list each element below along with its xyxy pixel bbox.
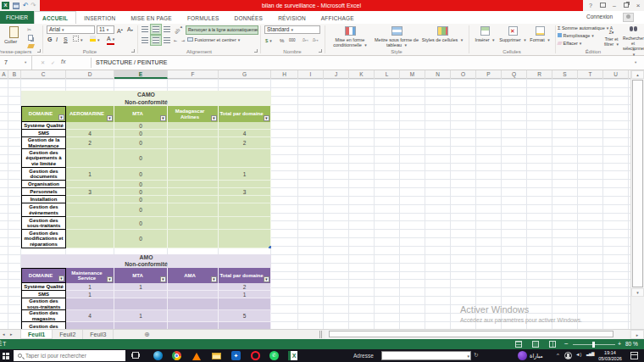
value-cell[interactable]: 0 bbox=[114, 230, 168, 248]
domain-cell[interactable]: Gestion des modifications et réparations bbox=[21, 230, 66, 248]
fill-button[interactable]: Remplissage bbox=[558, 32, 594, 39]
value-cell[interactable] bbox=[168, 322, 219, 329]
domain-cell[interactable]: Gestion des bbox=[21, 322, 66, 329]
column-header-cell[interactable]: Madagascar Airlines▾ bbox=[168, 106, 219, 122]
scroll-right-icon[interactable]: ▸ bbox=[630, 330, 644, 339]
column-header-cell[interactable]: Maintenance Service▾ bbox=[66, 268, 114, 283]
vertical-scrollbar[interactable]: ▴ ▾ bbox=[630, 70, 644, 329]
action-center-icon[interactable] bbox=[630, 352, 638, 359]
column-header-F[interactable]: F bbox=[168, 70, 219, 79]
column-header-cell[interactable]: Total par domaine▾ bbox=[219, 106, 271, 122]
value-cell[interactable] bbox=[168, 196, 219, 203]
value-cell[interactable] bbox=[219, 203, 271, 217]
value-cell[interactable] bbox=[114, 322, 168, 329]
spreadsheet-grid[interactable]: CAMONon-conformitéDOMAINE▾AEROMARINE▾MTA… bbox=[0, 79, 630, 329]
align-left-icon[interactable] bbox=[142, 37, 148, 43]
number-dialog-launcher[interactable] bbox=[319, 49, 322, 53]
value-cell[interactable] bbox=[168, 291, 219, 298]
horizontal-scrollbar[interactable] bbox=[325, 330, 629, 339]
column-header-Q[interactable]: Q bbox=[502, 70, 527, 79]
increase-indent-icon[interactable]: ⇥ bbox=[181, 36, 185, 45]
clipboard-dialog-launcher[interactable] bbox=[37, 49, 41, 53]
clock[interactable]: 19:14 05/03/2026 bbox=[595, 350, 625, 361]
value-cell[interactable] bbox=[66, 196, 114, 203]
value-cell[interactable]: 2 bbox=[219, 283, 271, 291]
copy-icon[interactable] bbox=[28, 35, 33, 41]
value-cell[interactable]: 2 bbox=[66, 137, 114, 149]
scroll-up-icon[interactable]: ▴ bbox=[631, 70, 644, 79]
italic-button[interactable]: I bbox=[56, 36, 58, 44]
align-center-icon[interactable] bbox=[153, 37, 159, 43]
column-header-B[interactable]: B bbox=[8, 70, 21, 79]
column-header-cell[interactable]: AMA▾ bbox=[168, 268, 219, 283]
sheet-tab-feuil2[interactable]: Feuil2 bbox=[53, 330, 83, 339]
wrap-text-button[interactable]: Renvoyer à la ligne automatiquement bbox=[186, 25, 258, 35]
address-go-icon[interactable]: ↻ bbox=[474, 352, 478, 359]
volume-icon[interactable]: ◄) bbox=[575, 352, 581, 357]
value-cell[interactable]: 1 bbox=[66, 283, 114, 291]
shrink-font-icon[interactable]: A▾ bbox=[127, 25, 133, 35]
value-cell[interactable]: 0 bbox=[114, 137, 168, 149]
sports-widget-icon[interactable] bbox=[518, 351, 527, 360]
tab-mise-en-page[interactable]: MISE EN PAGE bbox=[123, 12, 180, 25]
filter-dropdown-icon[interactable]: ▾ bbox=[264, 115, 269, 121]
save-icon[interactable] bbox=[13, 3, 19, 9]
value-cell[interactable]: 1 bbox=[219, 168, 271, 181]
network-icon[interactable]: ▃▅▇ bbox=[586, 352, 594, 356]
sheet-nav-right-icon[interactable]: ▸ bbox=[10, 330, 13, 339]
value-cell[interactable] bbox=[114, 298, 168, 310]
value-cell[interactable] bbox=[66, 122, 114, 130]
zoom-slider-thumb[interactable] bbox=[592, 342, 595, 348]
table-corner-handle[interactable] bbox=[269, 246, 271, 248]
filter-dropdown-icon[interactable]: ▾ bbox=[107, 115, 113, 121]
cut-icon[interactable]: ✂ bbox=[27, 26, 31, 32]
page-break-view-icon[interactable] bbox=[549, 341, 556, 348]
vertical-scroll-thumb[interactable] bbox=[632, 80, 643, 287]
redo-icon[interactable]: ↷ bbox=[31, 2, 36, 9]
align-right-icon[interactable] bbox=[164, 37, 170, 43]
value-cell[interactable]: 1 bbox=[66, 168, 114, 181]
font-name-combo[interactable]: Arial bbox=[47, 25, 95, 34]
column-header-cell[interactable]: DOMAINE▾ bbox=[21, 106, 66, 122]
restore-button[interactable] bbox=[620, 0, 632, 11]
file-explorer-icon[interactable] bbox=[212, 353, 221, 359]
column-header-J[interactable]: J bbox=[324, 70, 349, 79]
value-cell[interactable]: 5 bbox=[219, 310, 271, 322]
value-cell[interactable]: 0 bbox=[114, 130, 168, 137]
value-cell[interactable] bbox=[219, 230, 271, 248]
bold-button[interactable]: G bbox=[47, 36, 52, 44]
filter-dropdown-icon[interactable]: ▾ bbox=[211, 115, 217, 121]
column-header-cell[interactable]: AEROMARINE▾ bbox=[66, 106, 114, 122]
tab-révision[interactable]: RÉVISION bbox=[270, 12, 314, 25]
sheet-tab-feuil3[interactable]: Feuil3 bbox=[83, 330, 114, 339]
value-cell[interactable]: 0 bbox=[114, 149, 168, 168]
domain-cell[interactable]: Organisation bbox=[21, 181, 66, 188]
format-as-table-button[interactable]: Mettre sous forme de tableau bbox=[374, 26, 419, 47]
value-cell[interactable]: 1 bbox=[66, 291, 114, 298]
address-dropdown-icon[interactable]: ▾ bbox=[467, 354, 469, 359]
zoom-out-icon[interactable]: − bbox=[564, 339, 569, 349]
column-header-cell[interactable]: Total par domaine▾ bbox=[219, 268, 271, 283]
column-header-cell[interactable]: MTA▾ bbox=[114, 106, 168, 122]
value-cell[interactable]: 0 bbox=[114, 181, 168, 188]
column-header-M[interactable]: M bbox=[400, 70, 425, 79]
column-header-H[interactable]: H bbox=[271, 70, 298, 79]
filter-dropdown-icon[interactable]: ▾ bbox=[160, 115, 166, 121]
underline-button[interactable]: S bbox=[64, 36, 68, 44]
help-button[interactable]: ? bbox=[585, 0, 597, 11]
value-cell[interactable] bbox=[168, 181, 219, 188]
value-cell[interactable]: 1 bbox=[114, 283, 168, 291]
comma-format-icon[interactable]: 000 bbox=[289, 36, 296, 45]
column-header-L[interactable]: L bbox=[375, 70, 400, 79]
align-top-icon[interactable] bbox=[142, 26, 148, 32]
domain-cell[interactable]: Gestion des évènements bbox=[21, 203, 66, 217]
sort-filter-button[interactable]: AZ▾ Trier et filtrer bbox=[602, 26, 621, 47]
expand-formula-bar-icon[interactable]: ▾ bbox=[635, 60, 636, 64]
sheet-nav-left-icon[interactable]: ◂ bbox=[3, 330, 5, 339]
domain-cell[interactable]: Gestion des sous-traitants bbox=[21, 298, 66, 310]
opera-icon[interactable] bbox=[251, 351, 260, 360]
value-cell[interactable]: 0 bbox=[114, 168, 168, 181]
borders-icon[interactable] bbox=[73, 36, 83, 44]
cancel-icon[interactable]: ✕ bbox=[41, 59, 45, 65]
column-header-E[interactable]: E bbox=[114, 70, 168, 79]
